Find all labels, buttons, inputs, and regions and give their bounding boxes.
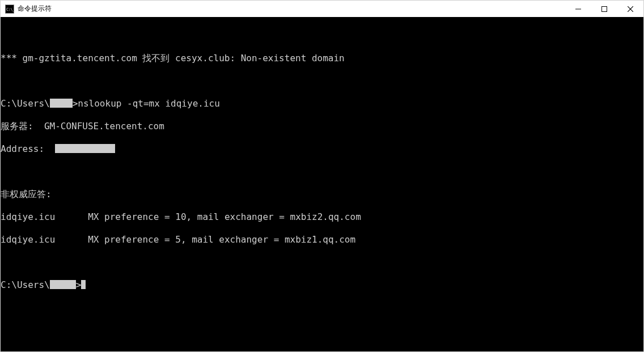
prompt-suffix: > — [76, 279, 82, 290]
nonauth-line: 非权威应答: — [1, 189, 643, 200]
mx-record-1: idqiye.icu MX preference = 10, mail exch… — [1, 211, 643, 223]
maximize-button[interactable] — [591, 1, 617, 17]
blank-line — [1, 166, 643, 177]
blank-line — [1, 257, 643, 268]
redacted-username — [50, 99, 73, 108]
address-label: Address: — [1, 143, 55, 154]
prompt-prefix: C:\Users\ — [1, 279, 50, 290]
minimize-icon — [575, 6, 581, 12]
window-controls — [565, 1, 643, 17]
server-line: 服务器: GM-CONFUSE.tencent.com — [1, 121, 643, 132]
prompt-prefix: C:\Users\ — [1, 98, 50, 109]
minimize-button[interactable] — [565, 1, 591, 17]
close-button[interactable] — [617, 1, 643, 17]
cursor — [81, 280, 86, 289]
mx-record-2: idqiye.icu MX preference = 5, mail excha… — [1, 234, 643, 245]
app-icon: C:\_ — [5, 5, 14, 14]
redacted-address — [55, 144, 115, 153]
window-title: 命令提示符 — [18, 4, 52, 14]
cmd-window: C:\_ 命令提示符 *** gm-gztita.tencent.com 找不到… — [0, 0, 644, 352]
prompt-command: >nslookup -qt=mx idqiye.icu — [73, 98, 220, 109]
titlebar[interactable]: C:\_ 命令提示符 — [1, 1, 643, 18]
prompt-line-1: C:\Users\>nslookup -qt=mx idqiye.icu — [1, 98, 643, 109]
close-icon — [628, 6, 633, 12]
error-line: *** gm-gztita.tencent.com 找不到 cesyx.club… — [1, 53, 643, 64]
cmd-icon: C:\_ — [5, 5, 14, 14]
maximize-icon — [601, 6, 607, 12]
blank-line — [1, 30, 643, 41]
redacted-username — [50, 280, 76, 289]
svg-rect-1 — [602, 6, 607, 11]
blank-line — [1, 75, 643, 87]
address-line: Address: — [1, 143, 643, 155]
terminal-output[interactable]: *** gm-gztita.tencent.com 找不到 cesyx.club… — [1, 18, 643, 351]
prompt-line-2: C:\Users\> — [1, 279, 643, 291]
